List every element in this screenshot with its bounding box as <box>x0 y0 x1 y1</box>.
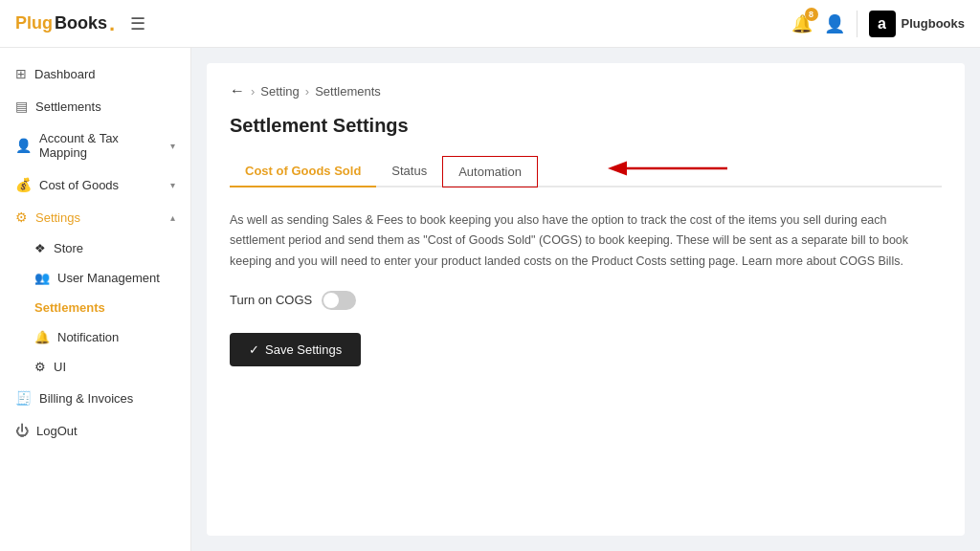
hamburger-menu-icon[interactable]: ☰ <box>130 13 145 34</box>
tabs-container: Cost of Goods Sold Status Automation <box>230 156 942 210</box>
logout-icon: ⏻ <box>15 423 29 438</box>
save-settings-button[interactable]: ✓ Save Settings <box>230 333 361 366</box>
account-icon: 👤 <box>15 138 32 153</box>
user-mgmt-icon: 👥 <box>34 271 50 285</box>
sidebar-item-dashboard[interactable]: ⊞ Dashboard <box>0 57 190 90</box>
breadcrumb: ← › Setting › Settlements <box>230 82 942 99</box>
logo-books: Books <box>55 13 107 33</box>
sidebar-label-dashboard: Dashboard <box>34 67 175 81</box>
sidebar-item-settings[interactable]: ⚙ Settings ▴ <box>0 201 190 233</box>
amazon-a-icon: a <box>869 11 896 37</box>
breadcrumb-sep-2: › <box>305 84 309 99</box>
logo: PlugBooks. <box>15 11 115 36</box>
sidebar-item-ui[interactable]: ⚙ UI <box>0 352 190 382</box>
sidebar-item-logout[interactable]: ⏻ LogOut <box>0 414 190 447</box>
header-right: 🔔 8 👤 a Plugbooks <box>791 11 965 37</box>
notification-badge: 8 <box>805 8 818 21</box>
ui-icon: ⚙ <box>34 360 46 374</box>
save-settings-label: Save Settings <box>265 342 342 357</box>
page-title: Settlement Settings <box>230 115 942 137</box>
header: PlugBooks. ☰ 🔔 8 👤 a Plugbooks <box>0 0 980 48</box>
toggle-row: Turn on COGS <box>230 291 942 310</box>
company-name: Plugbooks <box>902 16 965 31</box>
header-left: PlugBooks. ☰ <box>15 11 145 36</box>
chevron-up-icon: ▴ <box>170 212 175 223</box>
settlements-icon: ▤ <box>15 99 28 114</box>
sidebar-label-notification: Notification <box>57 330 119 344</box>
user-icon[interactable]: 👤 <box>824 13 845 34</box>
sidebar-label-account-tax-mapping: Account & Tax Mapping <box>39 131 163 160</box>
settings-icon: ⚙ <box>15 209 28 225</box>
store-icon: ❖ <box>34 241 46 255</box>
sidebar-item-settlements[interactable]: ▤ Settlements <box>0 90 190 122</box>
sidebar-label-settlements: Settlements <box>35 99 175 114</box>
chevron-down-icon: ▾ <box>170 141 175 151</box>
dashboard-icon: ⊞ <box>15 66 27 81</box>
tab-cost-of-goods-sold[interactable]: Cost of Goods Sold <box>230 156 376 187</box>
sidebar-label-billing: Billing & Invoices <box>39 391 175 406</box>
tab-automation[interactable]: Automation <box>442 156 538 187</box>
sidebar-label-cost-of-goods: Cost of Goods <box>39 178 163 192</box>
save-checkmark-icon: ✓ <box>249 342 259 357</box>
sidebar-label-settlements-sub: Settlements <box>34 300 105 315</box>
breadcrumb-sep-1: › <box>251 84 255 99</box>
header-divider <box>857 11 858 37</box>
amazon-logo: a Plugbooks <box>869 11 965 37</box>
breadcrumb-setting[interactable]: Setting <box>260 84 299 99</box>
logo-dot: . <box>109 11 115 36</box>
sidebar-item-store[interactable]: ❖ Store <box>0 233 190 263</box>
sidebar-label-user-management: User Management <box>57 271 160 285</box>
cost-icon: 💰 <box>15 177 32 192</box>
main-content: ← › Setting › Settlements Settlement Set… <box>191 48 980 551</box>
toggle-label: Turn on COGS <box>230 293 312 307</box>
description-text: As well as sending Sales & Fees to book … <box>230 210 942 272</box>
sidebar-label-settings: Settings <box>35 210 163 225</box>
main-inner: ← › Setting › Settlements Settlement Set… <box>207 63 965 536</box>
sidebar-item-notification[interactable]: 🔔 Notification <box>0 322 190 352</box>
sidebar-item-billing[interactable]: 🧾 Billing & Invoices <box>0 382 190 414</box>
breadcrumb-current: Settlements <box>315 84 381 99</box>
back-button[interactable]: ← <box>230 82 245 99</box>
billing-icon: 🧾 <box>15 390 32 406</box>
sidebar-label-store: Store <box>54 241 83 255</box>
sidebar-item-account-tax-mapping[interactable]: 👤 Account & Tax Mapping ▾ <box>0 122 190 168</box>
sidebar-item-user-management[interactable]: 👥 User Management <box>0 263 190 293</box>
sidebar-label-logout: LogOut <box>36 424 175 438</box>
notification-nav-icon: 🔔 <box>34 330 50 344</box>
tab-status[interactable]: Status <box>376 156 442 187</box>
chevron-down-icon-2: ▾ <box>170 180 175 190</box>
cogs-toggle[interactable] <box>322 291 356 310</box>
sidebar-label-ui: UI <box>54 360 66 374</box>
notification-button[interactable]: 🔔 8 <box>791 13 813 34</box>
layout: ⊞ Dashboard ▤ Settlements 👤 Account & Ta… <box>0 48 980 551</box>
sidebar-item-settlements-sub[interactable]: Settlements <box>0 293 190 322</box>
logo-plug: Plug <box>15 13 53 33</box>
tabs: Cost of Goods Sold Status Automation <box>230 156 942 187</box>
sidebar: ⊞ Dashboard ▤ Settlements 👤 Account & Ta… <box>0 48 191 551</box>
sidebar-item-cost-of-goods[interactable]: 💰 Cost of Goods ▾ <box>0 168 190 201</box>
